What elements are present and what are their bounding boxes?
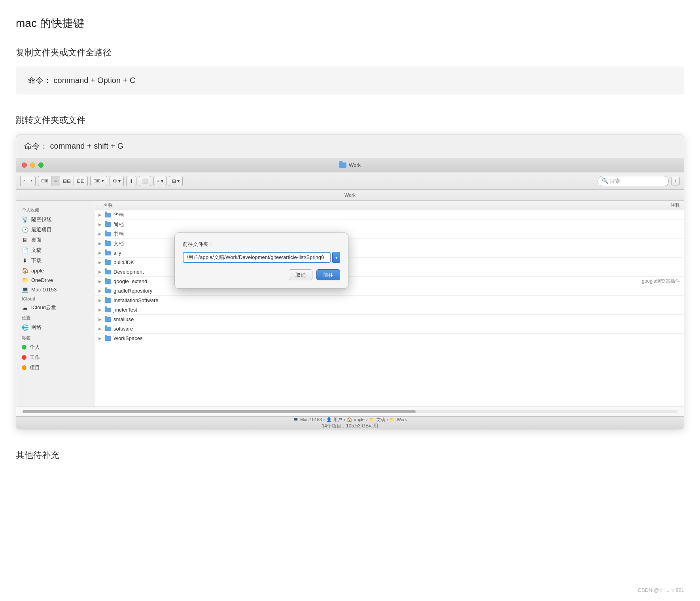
recent-icon: 🕐 [22, 227, 28, 233]
folder-icon [105, 260, 111, 265]
toolbar-nav: ‹ › [20, 176, 36, 186]
folder-icon [105, 317, 111, 322]
section-copy-path: 复制文件夹或文件全路径 命令： command + Option + C [16, 47, 684, 94]
footer: CSDN @☆ ... ☆821 [638, 587, 684, 593]
table-row[interactable]: ▶jmeterTest [95, 305, 684, 315]
sidebar-item-documents[interactable]: 📄 文稿 [16, 245, 95, 255]
dialog-goto-btn[interactable]: 前往 [316, 269, 340, 280]
goto-folder-input[interactable] [183, 252, 331, 263]
section-other-title: 其他待补充 [16, 449, 684, 461]
folder-icon [105, 336, 111, 341]
sidebar-locations-label: 位置 [16, 313, 95, 322]
folder-icon [105, 213, 111, 217]
traffic-lights [22, 163, 44, 168]
sidebar-item-tag-personal[interactable]: 个人 [16, 342, 95, 352]
view-list-btn[interactable]: ≡ [51, 176, 60, 186]
action-btn[interactable]: ⚙ ▾ [110, 176, 124, 186]
scrollbar-thumb [23, 410, 416, 413]
command-text-copy: command + Option + C [54, 76, 136, 85]
finder-bottom-bar: 💻 Mac 10153 › 👤 用户 › 🏠 apple › 📁 文稿 › 📁 … [16, 416, 684, 429]
section-other: 其他待补充 [16, 449, 684, 461]
table-row[interactable]: ▶华档 [95, 210, 684, 220]
sidebar-item-recent[interactable]: 🕐 最近项目 [16, 225, 95, 235]
view-gallery-btn[interactable]: ⊡⊡ [74, 176, 88, 186]
downloads-icon: ⬇ [22, 257, 28, 264]
sidebar-tags-label: 标签 [16, 333, 95, 342]
add-btn[interactable]: + [671, 177, 680, 185]
sidebar-item-airdrop[interactable]: 📡 隔空投送 [16, 214, 95, 225]
tag-personal-dot [22, 345, 26, 350]
traffic-light-fullscreen[interactable] [38, 163, 44, 168]
network-icon: 🌐 [22, 324, 28, 331]
section-copy-path-title: 复制文件夹或文件全路径 [16, 47, 684, 59]
dialog-input-row: ▾ [183, 252, 340, 263]
command-label-jump: 命令： [24, 142, 48, 150]
sidebar-item-downloads[interactable]: ⬇ 下载 [16, 255, 95, 266]
status-text: 14个项目，105.53 GB可用 [322, 423, 378, 429]
sidebar-item-mac[interactable]: 💻 Mac 10153 [16, 285, 95, 294]
mac-icon: 💻 [22, 286, 28, 293]
sidebar-item-tag-project[interactable]: 项目 [16, 363, 95, 373]
search-box[interactable]: 🔍 搜索 [598, 176, 669, 186]
finder-window: 命令： command + shift + G Work ‹ › ⊞⊞ ≡ [16, 134, 684, 429]
col-header-name: 名称 [95, 202, 206, 209]
table-row[interactable]: ▶software [95, 324, 684, 334]
toolbar-back-btn[interactable]: ‹ [20, 176, 28, 186]
finder-path-bar: Work [16, 190, 684, 201]
command-box-jump: 命令： command + shift + G [16, 134, 684, 158]
desktop-icon: 🖥 [22, 237, 28, 243]
sidebar-item-icloud[interactable]: ☁ iCloud云盘 [16, 302, 95, 313]
toolbar-forward-btn[interactable]: › [28, 176, 36, 186]
traffic-light-minimize[interactable] [30, 163, 35, 168]
sidebar-icloud-label: iCloud [16, 294, 95, 302]
folder-title-icon [339, 163, 346, 168]
folder-icon [105, 308, 111, 312]
airdrop-icon: 📡 [22, 216, 28, 223]
sidebar-item-desktop[interactable]: 🖥 桌面 [16, 235, 95, 245]
sidebar-item-apple[interactable]: 🏠 apple [16, 266, 95, 275]
tag-project-dot [22, 365, 26, 370]
horizontal-scrollbar[interactable] [23, 410, 677, 413]
col-header-note: 注释 [605, 202, 684, 209]
folder-icon [105, 232, 111, 236]
dialog-cancel-btn[interactable]: 取消 [289, 269, 312, 280]
finder-body: 个人收藏 📡 隔空投送 🕐 最近项目 🖥 桌面 📄 文稿 [16, 201, 684, 406]
tag-btn[interactable]: ⬜ [139, 176, 151, 186]
view-mode-dropdown[interactable]: ⊞⊞ ▾ [90, 176, 107, 186]
apple-home-icon: 🏠 [22, 267, 28, 274]
section-jump-folder: 跳转文件夹或文件 命令： command + shift + G Work ‹ … [16, 114, 684, 429]
sidebar-item-tag-work[interactable]: 工作 [16, 352, 95, 363]
finder-main: 名称 注释 ▶华档 ▶尚档 ▶书档 [95, 201, 684, 406]
view-icon-btn[interactable]: ⊞⊞ [38, 176, 51, 186]
more-btn[interactable]: ≡ ▾ [153, 176, 166, 186]
folder-icon [105, 251, 111, 255]
folder-icon [105, 289, 111, 293]
folder-icon [105, 241, 111, 246]
view-column-btn[interactable]: ⊟⊟ [60, 176, 74, 186]
sidebar-item-onedrive[interactable]: 📁 OneDrive [16, 275, 95, 285]
path-dropdown-arrow[interactable]: ▾ [332, 252, 340, 263]
command-label-copy: 命令： [28, 76, 51, 85]
table-row[interactable]: ▶尚档 [95, 220, 684, 229]
table-row[interactable]: ▶InstallationSoftware [95, 296, 684, 305]
dialog-buttons: 取消 前往 [183, 269, 340, 280]
documents-icon: 📄 [22, 247, 28, 253]
icloud-icon: ☁ [22, 304, 28, 311]
dialog-label: 前往文件夹： [183, 241, 340, 248]
folder-icon [105, 279, 111, 284]
table-row[interactable]: ▶smalluse [95, 315, 684, 324]
command-text-jump: command + shift + G [50, 142, 124, 150]
folder-icon [105, 270, 111, 274]
sidebar-favorites-label: 个人收藏 [16, 205, 95, 214]
folder-icon [105, 327, 111, 331]
table-row[interactable]: ▶WorkSpaces [95, 334, 684, 343]
folder-icon [105, 298, 111, 303]
tag-work-dot [22, 355, 26, 360]
traffic-light-close[interactable] [22, 163, 27, 168]
goto-folder-dialog: 前往文件夹： ▾ 取消 前往 [174, 232, 348, 289]
sidebar-item-network[interactable]: 🌐 网络 [16, 322, 95, 333]
info-dropdown[interactable]: ⊟ ▾ [169, 176, 183, 186]
share-btn[interactable]: ⬆ [126, 176, 136, 186]
section-jump-title: 跳转文件夹或文件 [16, 114, 684, 126]
finder-toolbar: ‹ › ⊞⊞ ≡ ⊟⊟ ⊡⊡ ⊞⊞ ▾ ⚙ ▾ ⬆ ⬜ ≡ ▾ ⊟ ▾ 🔍 搜索… [16, 172, 684, 190]
